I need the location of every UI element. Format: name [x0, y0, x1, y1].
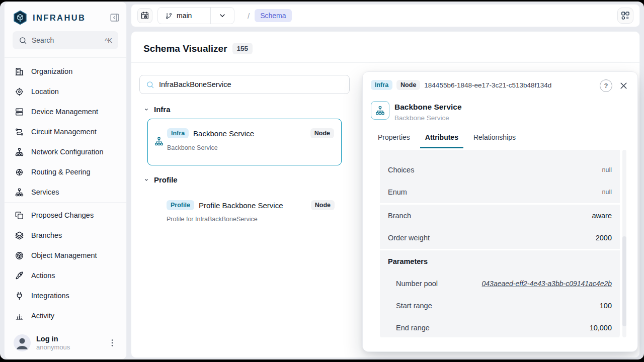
schema-count-badge: 155: [232, 43, 253, 54]
wheel-icon: [15, 167, 24, 177]
sitemap-icon: [15, 147, 24, 157]
divider: [131, 62, 639, 63]
sidebar-item-location[interactable]: Location: [9, 81, 122, 102]
schema-search-box: [139, 75, 350, 94]
search-icon: [146, 80, 154, 89]
attribute-value: null: [602, 166, 612, 173]
app-background: INFRAHUB Search ^K OrganizationLocationD…: [0, 2, 644, 359]
infrahub-logo-icon: [13, 10, 28, 25]
sidebar-item-circuit-management[interactable]: Circuit Management: [9, 122, 122, 142]
sidebar-item-actions[interactable]: Actions: [9, 265, 122, 286]
rocket-icon: [15, 271, 24, 281]
namespace-badge: Infra: [167, 128, 189, 138]
chevron-down-icon: [142, 106, 150, 114]
sitemap-icon: [15, 188, 24, 197]
panel-tabs: PropertiesAttributesRelationships: [373, 130, 526, 148]
node-detail-panel: Infra Node 184455b6-1848-ee17-3c21-c513b…: [362, 71, 638, 352]
plug-icon: [15, 291, 24, 301]
sidebar-search-placeholder: Search: [32, 36, 100, 44]
namespace-badge: Profile: [167, 200, 194, 210]
attribute-row-number-pool: Number pool043aeaed-eff2-4e43-a3bb-c0914…: [380, 273, 620, 295]
sidebar-item-organization[interactable]: Organization: [9, 61, 122, 81]
node-type-iconbox: [371, 101, 389, 120]
node-description: Backbone Service: [167, 144, 218, 151]
schema-search-input[interactable]: [159, 80, 343, 88]
attribute-row-order-weight: Order weight2000: [380, 227, 620, 249]
panel-collapse-icon: [109, 12, 120, 23]
scrollbar-thumb[interactable]: [622, 236, 626, 326]
sidebar-divider: [5, 57, 126, 58]
schema-node-card-backbone-service[interactable]: InfraBackbone ServiceNodeBackbone Servic…: [147, 119, 342, 165]
date-time-button[interactable]: [137, 8, 152, 23]
page-title: Schema Visualizer: [143, 43, 227, 54]
logo-wordmark: INFRAHUB: [33, 13, 103, 23]
help-button[interactable]: ?: [600, 79, 612, 92]
sidebar-item-device-management[interactable]: Device Management: [9, 102, 122, 122]
schema-groups: InfraInfraBackbone ServiceNodeBackbone S…: [131, 102, 358, 357]
attribute-section-heading: Parameters: [380, 250, 620, 273]
attribute-row-branch: Branchaware: [380, 205, 620, 227]
attribute-row-enum: Enumnull: [380, 181, 620, 203]
tab-properties[interactable]: Properties: [373, 130, 415, 148]
attribute-value: 2000: [596, 234, 612, 242]
sidebar: INFRAHUB Search ^K OrganizationLocationD…: [4, 2, 127, 359]
sidebar-item-services[interactable]: Services: [9, 182, 122, 197]
topbar: main / Schema: [131, 4, 640, 27]
cube-icon: [15, 251, 24, 260]
layers-icon: [15, 231, 24, 240]
attribute-row-start-range: Start range100: [380, 295, 620, 317]
node-kind-badge: Node: [311, 200, 335, 210]
route-icon: [15, 127, 24, 137]
attribute-row-choices: Choicesnull: [380, 159, 620, 181]
logo-row: INFRAHUB: [13, 8, 121, 27]
branch-name: main: [177, 12, 192, 20]
node-title: Backbone Service: [193, 129, 254, 138]
node-description: Profile for InfraBackBoneService: [167, 216, 258, 223]
avatar: [14, 334, 31, 351]
sidebar-item-object-management[interactable]: Object Management: [9, 245, 122, 265]
breadcrumb-separator: /: [248, 12, 250, 20]
branch-dropdown-toggle[interactable]: [211, 8, 234, 24]
attributes-scroll-area[interactable]: ChoicesnullEnumnullBranchawareOrder weig…: [380, 150, 620, 337]
sidebar-item-network-configuration[interactable]: Network Configuration: [9, 142, 122, 162]
panel-category-badge: Infra: [371, 80, 392, 90]
group-header-profile[interactable]: Profile: [131, 172, 358, 187]
group-header-infra[interactable]: Infra: [131, 102, 358, 117]
node-kind-badge: Node: [310, 128, 334, 138]
sidebar-item-integrations[interactable]: Integrations: [9, 286, 122, 306]
sidebar-item-proposed-changes[interactable]: Proposed Changes: [9, 205, 122, 225]
git-branch-icon: [165, 12, 173, 20]
user-menu[interactable]: Log in anonymous: [9, 330, 122, 356]
sidebar-item-activity[interactable]: Activity: [9, 306, 122, 326]
attribute-value: 100: [600, 302, 612, 310]
attribute-value[interactable]: 043aeaed-eff2-4e43-a3bb-c09141ac4e2b: [482, 280, 612, 288]
node-uuid: 184455b6-1848-ee17-3c21-c513b48f134d: [424, 81, 551, 89]
sidebar-menu-objects: OrganizationLocationDevice ManagementCir…: [9, 61, 122, 197]
branch-selector[interactable]: main: [157, 7, 234, 24]
tab-attributes[interactable]: Attributes: [420, 130, 463, 148]
server-icon: [15, 107, 24, 117]
breadcrumb-schema[interactable]: Schema: [255, 9, 291, 22]
sidebar-item-routing-peering[interactable]: Routing & Peering: [9, 162, 122, 182]
sidebar-item-branches[interactable]: Branches: [9, 225, 122, 245]
attribute-value: 10,000: [590, 324, 612, 332]
kebab-menu-icon[interactable]: [107, 338, 117, 348]
panel-title: Backbone Service: [394, 103, 462, 112]
sidebar-collapse-button[interactable]: [108, 11, 121, 24]
sidebar-divider: [5, 202, 126, 203]
sidebar-search[interactable]: Search ^K: [13, 31, 118, 49]
schema-node-card-profile-backbone-service[interactable]: ProfileProfile Backbone ServiceNodeProfi…: [147, 189, 342, 227]
workflow-icon: [620, 11, 630, 21]
panel-subtitle: Backbone Service: [394, 114, 449, 122]
panel-kind-badge: Node: [396, 80, 420, 90]
close-icon[interactable]: [618, 80, 629, 91]
search-icon: [19, 36, 27, 45]
calendar-clock-icon: [140, 11, 149, 20]
attribute-value: null: [602, 189, 612, 196]
sidebar-menu-system: Proposed ChangesBranchesObject Managemen…: [9, 205, 122, 327]
chevron-down-icon: [142, 176, 150, 184]
workflow-button[interactable]: [617, 8, 633, 24]
scrollbar[interactable]: [622, 150, 626, 337]
tab-relationships[interactable]: Relationships: [468, 130, 521, 148]
login-label: Log in: [36, 334, 102, 343]
